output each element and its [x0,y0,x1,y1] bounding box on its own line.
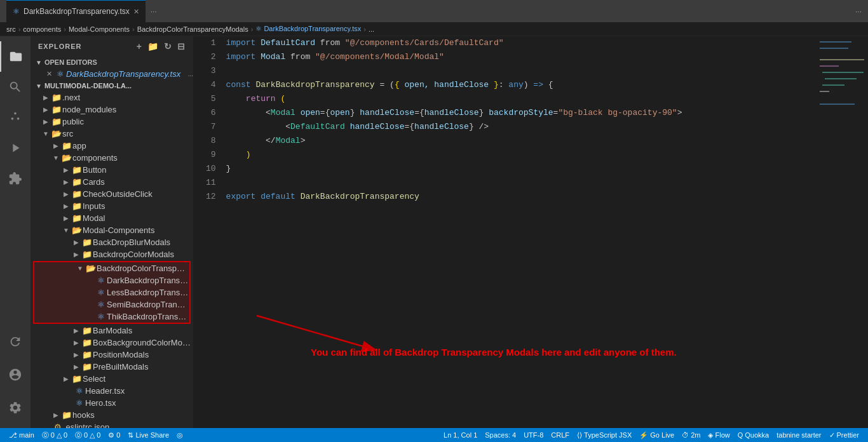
file-label: SemiBackdropTransparency.... [107,300,189,309]
folder-icon: 📁 [81,250,93,259]
folder-public[interactable]: ▶ 📁 public [31,116,193,128]
open-editors-header[interactable]: ▼ OPEN EDITORS [31,57,193,68]
active-tab[interactable]: ⚛ DarkBackdropTransparency.tsx ✕ [6,0,146,22]
status-ln-col[interactable]: Ln 1, Col 1 [440,431,481,439]
status-live-share-left[interactable]: ⇅ Live Share [124,428,173,442]
folder-backdropcolortransparency[interactable]: ▼ 📂 BackdropColorTransparency... [34,262,189,274]
status-misc[interactable]: ◎ [173,428,187,442]
status-errors[interactable]: ⓪ 0 △ 0 [71,428,104,442]
status-branch[interactable]: ⎇ main [5,428,38,442]
line-numbers: 1 2 3 4 5 6 7 8 9 10 11 12 [193,36,226,428]
folder-positionmodals[interactable]: ▶ 📁 PositionModals [31,349,193,361]
folder-app[interactable]: ▶ 📁 app [31,140,193,152]
status-prettier[interactable]: ✓ Prettier [825,431,863,439]
folder-modal[interactable]: ▶ 📁 Modal [31,212,193,224]
open-editors-label: OPEN EDITORS [44,58,97,66]
folder-inputs[interactable]: ▶ 📁 Inputs [31,200,193,212]
source-control-icon[interactable] [0,102,31,133]
folder-next[interactable]: ▶ 📁 .next [31,91,193,104]
folder-node-modules[interactable]: ▶ 📁 node_modules [31,104,193,116]
line-num: 12 [206,190,216,204]
run-debug-icon[interactable] [0,133,31,163]
tab-bar-more-button[interactable]: ··· [146,7,162,16]
file-label: Hero.tsx [85,398,193,408]
extensions-icon[interactable] [0,163,31,194]
folder-label: Modal [83,213,193,223]
new-file-icon[interactable]: + [137,41,142,51]
breadcrumb-modal-components[interactable]: Modal-Components [69,25,130,33]
folder-components[interactable]: ▼ 📂 components [31,152,193,164]
line-num: 3 [206,64,216,78]
explorer-icon[interactable] [0,41,31,72]
file-less-backdrop[interactable]: ⚛ LessBackdropTransparency.... [34,286,189,298]
status-encoding[interactable]: UTF-8 [520,431,547,439]
file-label: ThikBackdropTransparency.... [107,312,189,321]
folder-hooks[interactable]: ▶ 📁 hooks [31,409,193,421]
status-language[interactable]: ⟨⟩ TypeScript JSX [573,431,635,439]
status-spaces[interactable]: Spaces: 4 [481,431,520,439]
svg-rect-5 [825,78,857,79]
breadcrumb-src[interactable]: src [6,25,16,33]
title-bar-more-button[interactable]: ··· [855,7,862,16]
code-content[interactable]: 1 2 3 4 5 6 7 8 9 10 11 12 import Defaul… [193,36,868,428]
status-line-ending[interactable]: CRLF [547,431,573,439]
sidebar: EXPLORER + 📁 ↻ ⊟ ▼ OPEN EDITORS ✕ ⚛ Dark… [31,36,193,428]
project-root-header[interactable]: ▼ MULTIMODAL-DEMO-LA... [31,80,193,91]
folder-arrow: ▼ [51,154,61,161]
status-ws[interactable]: ⚙ 0 [104,428,124,442]
folder-label: Modal-Components [83,225,193,235]
new-folder-icon[interactable]: 📁 [147,41,159,51]
folder-checkoutsideclick[interactable]: ▶ 📁 CheckOutsideClick [31,188,193,200]
open-editor-item[interactable]: ✕ ⚛ DarkBackdropTransparency.tsx ... [31,68,193,80]
code-line-12: export default DarkBackdropTransparency [226,190,804,204]
folder-backdropcolormodals[interactable]: ▶ 📁 BackdropColorModals [31,248,193,260]
breadcrumb-components[interactable]: components [23,25,61,33]
search-icon[interactable] [0,72,31,102]
file-header-tsx[interactable]: ⚛ Header.tsx [31,385,193,397]
folder-label: BackdropColorTransparency... [97,264,189,273]
folder-prebuiltmodals[interactable]: ▶ 📁 PreBuiltModals [31,361,193,373]
status-flow[interactable]: ◈ Flow [704,431,733,439]
breadcrumb-file[interactable]: ⚛ DarkBackdropTransparency.tsx [255,25,361,33]
live-share-icon: ⇅ [128,431,133,439]
folder-modal-components[interactable]: ▼ 📂 Modal-Components [31,224,193,236]
folder-icon: 📁 [71,201,83,211]
status-go-live[interactable]: ⚡ Go Live [635,431,678,439]
folder-label: src [62,129,193,138]
code-editor[interactable]: import DefaultCard from "@/components/Ca… [226,36,817,428]
status-timer[interactable]: ⏱ 2m [678,431,704,439]
folder-select[interactable]: ▶ 📁 Select [31,373,193,385]
settings-icon[interactable] [0,392,31,423]
status-git-sync[interactable]: ⓪ 0 △ 0 [38,428,71,442]
account-icon[interactable] [0,359,31,390]
file-thik-backdrop[interactable]: ⚛ ThikBackdropTransparency.... [34,311,189,323]
file-semi-backdrop[interactable]: ⚛ SemiBackdropTransparency.... [34,298,189,311]
svg-rect-8 [820,104,855,105]
breadcrumb-sep-2: › [64,25,66,33]
file-eslintrc[interactable]: ⚙ .eslintrc.json [31,421,193,428]
breadcrumb-backdrop-modals[interactable]: BackdropColorTransparencyModals [137,25,248,33]
remote-explorer-icon[interactable] [0,326,31,357]
tab-label: DarkBackdropTransparency.tsx [24,7,130,16]
folder-icon: 📁 [81,338,93,347]
tab-close-button[interactable]: ✕ [133,8,139,16]
folder-barmodals[interactable]: ▶ 📁 BarModals [31,325,193,337]
file-hero-tsx[interactable]: ⚛ Hero.tsx [31,397,193,409]
svg-rect-1 [820,48,848,49]
status-tabnine[interactable]: tabnine starter [773,431,825,439]
folder-button[interactable]: ▶ 📁 Button [31,164,193,176]
folder-cards[interactable]: ▶ 📁 Cards [31,176,193,188]
status-quokka[interactable]: Q Quokka [734,431,773,439]
refresh-icon[interactable]: ↻ [164,41,172,51]
warning-icon: △ [57,431,62,439]
tsx-file-icon: ⚛ [55,69,66,79]
status-bar: ⎇ main ⓪ 0 △ 0 ⓪ 0 △ 0 ⚙ 0 ⇅ Live Share … [0,428,868,442]
file-dark-backdrop[interactable]: ⚛ DarkBackdropTransparency.... [34,274,189,286]
close-icon[interactable]: ✕ [43,70,55,78]
folder-arrow: ▶ [61,166,71,173]
folder-src[interactable]: ▼ 📂 src [31,128,193,140]
collapse-all-icon[interactable]: ⊟ [177,41,186,51]
folder-icon: 📁 [71,374,83,384]
folder-boxbgcolor[interactable]: ▶ 📁 BoxBackgroundColorModals [31,337,193,349]
folder-backdropblur[interactable]: ▶ 📁 BackDropBlurModals [31,236,193,248]
